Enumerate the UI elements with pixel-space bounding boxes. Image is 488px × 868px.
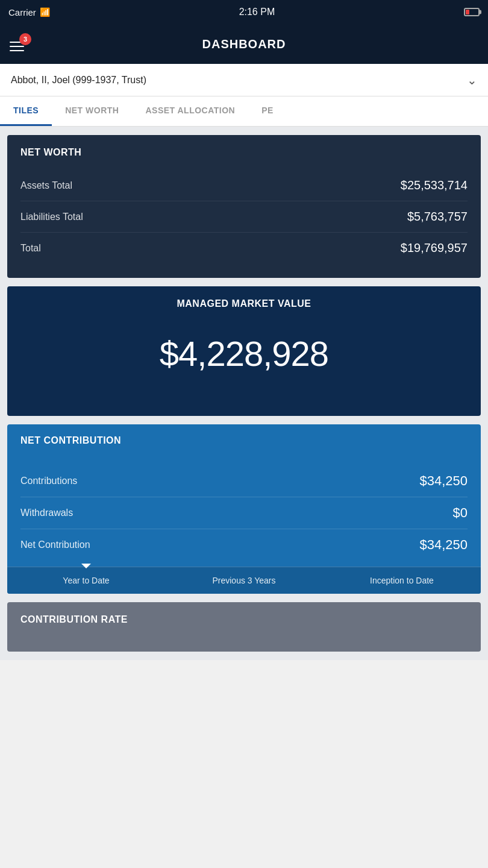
contribution-rate-card: CONTRIBUTION RATE: [7, 602, 481, 652]
net-contribution-label: Net Contribution: [20, 539, 90, 550]
net-contribution-card: NET CONTRIBUTION Contributions $34,250 W…: [7, 424, 481, 594]
tab-net-worth[interactable]: NET WORTH: [52, 96, 132, 126]
nc-tab-indicator: [81, 564, 91, 568]
chevron-down-icon: ⌄: [467, 73, 477, 87]
liabilities-total-label: Liabilities Total: [20, 212, 83, 222]
assets-total-label: Assets Total: [20, 180, 72, 191]
page-title: DASHBOARD: [202, 37, 286, 51]
net-contribution-header: NET CONTRIBUTION: [7, 424, 481, 465]
tab-pe[interactable]: PE: [248, 96, 287, 126]
nc-tab-year-to-date[interactable]: Year to Date: [7, 567, 165, 594]
total-label: Total: [20, 243, 41, 254]
total-row: Total $19,769,957: [20, 233, 468, 263]
tab-bar: TILES NET WORTH ASSET ALLOCATION PE: [0, 96, 488, 127]
net-contribution-tabs: Year to Date Previous 3 Years Inception …: [7, 567, 481, 594]
managed-market-value-card: MANAGED MARKET VALUE $4,228,928: [7, 286, 481, 416]
account-selector[interactable]: Abbot, II, Joel (999-1937, Trust) ⌄: [0, 64, 488, 96]
mmv-value: $4,228,928: [20, 333, 468, 374]
net-contribution-rows: Contributions $34,250 Withdrawals $0 Net…: [7, 465, 481, 567]
wifi-icon: 📶: [40, 7, 50, 17]
tab-tiles[interactable]: TILES: [0, 96, 52, 126]
contributions-label: Contributions: [20, 476, 77, 486]
notification-badge: 3: [19, 33, 31, 45]
contributions-value: $34,250: [419, 473, 468, 489]
net-contribution-row: Net Contribution $34,250: [20, 529, 468, 561]
net-worth-card: NET WORTH Assets Total $25,533,714 Liabi…: [7, 135, 481, 278]
withdrawals-value: $0: [453, 505, 468, 521]
menu-button[interactable]: 3: [10, 37, 24, 51]
withdrawals-label: Withdrawals: [20, 508, 73, 518]
total-value: $19,769,957: [401, 241, 468, 255]
liabilities-total-row: Liabilities Total $5,763,757: [20, 201, 468, 233]
contributions-row: Contributions $34,250: [20, 465, 468, 497]
contribution-rate-title: CONTRIBUTION RATE: [20, 614, 468, 625]
net-contribution-value: $34,250: [419, 537, 468, 553]
main-content: NET WORTH Assets Total $25,533,714 Liabi…: [0, 127, 488, 660]
liabilities-total-value: $5,763,757: [407, 210, 468, 224]
battery-icon: [464, 8, 480, 16]
status-left: Carrier 📶: [8, 7, 50, 17]
status-bar: Carrier 📶 2:16 PM: [0, 0, 488, 24]
mmv-title: MANAGED MARKET VALUE: [20, 298, 468, 309]
nc-tab-inception-to-date[interactable]: Inception to Date: [323, 567, 481, 594]
header: 3 DASHBOARD: [0, 24, 488, 64]
net-worth-title: NET WORTH: [20, 147, 468, 158]
status-time: 2:16 PM: [239, 7, 275, 17]
carrier-label: Carrier: [8, 7, 36, 17]
account-name: Abbot, II, Joel (999-1937, Trust): [11, 75, 146, 86]
assets-total-value: $25,533,714: [401, 178, 468, 192]
assets-total-row: Assets Total $25,533,714: [20, 170, 468, 201]
status-right: [464, 8, 480, 16]
withdrawals-row: Withdrawals $0: [20, 497, 468, 529]
battery-fill: [466, 10, 469, 14]
tab-asset-allocation[interactable]: ASSET ALLOCATION: [132, 96, 248, 126]
nc-tab-previous-3-years[interactable]: Previous 3 Years: [165, 567, 323, 594]
net-contribution-title: NET CONTRIBUTION: [20, 435, 468, 446]
